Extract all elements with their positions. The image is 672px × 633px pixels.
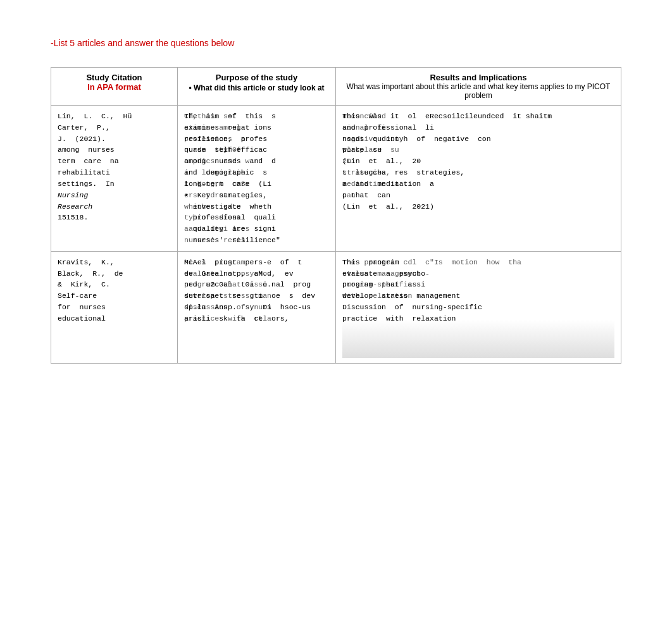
purpose-text-1b: Cf,this s•t ations among professions a q… (184, 111, 250, 246)
cell-results-2: This program evaluate a psycho- program … (336, 251, 621, 363)
header-purpose-title: Purpose of the study (184, 73, 329, 82)
header-citation-title: Study Citation (58, 73, 171, 82)
cell-citation-2: Kravits, K., Black, R., de & Kirk, C. Se… (51, 251, 178, 363)
citation-content-2: Kravits, K., Black, R., de & Kirk, C. Se… (58, 257, 171, 324)
header-results-title: Results and Implications (342, 73, 614, 82)
header-purpose-bullet: What did this article or study look at (184, 82, 329, 94)
citation-text-2a: Kravits, K., Black, R., de & Kirk, C. Se… (58, 257, 171, 324)
instruction-text: -List 5 articles and answer the question… (51, 38, 621, 48)
header-results-desc: What was important about this article an… (342, 82, 614, 100)
main-table: Study Citation In APA format Purpose of … (51, 67, 621, 364)
table-row: Lin, L. C., Hü Carter, P., J. (2021). a… (51, 106, 621, 252)
cell-purpose-2: McAel piust pers-e of t de Grealnotp, aM… (178, 251, 336, 363)
header-purpose-list: What did this article or study look at (184, 82, 329, 94)
header-col-results: Results and Implications What was import… (336, 68, 621, 106)
results-text-2b: The prantei cdl c"Is motion how tha stre… (342, 257, 521, 302)
cell-results-1: This was it ol eRecsoilcileundced it sha… (336, 106, 621, 252)
purpose-content-2: McAel piust pers-e of t de Grealnotp, aM… (184, 257, 329, 358)
citation-content-1: Lin, L. C., Hü Carter, P., J. (2021). a… (58, 111, 171, 223)
results-content-1: This was it ol eRecsoilcileundced it sha… (342, 111, 614, 237)
table-row: Kravits, K., Black, R., de & Kirk, C. Se… (51, 251, 621, 363)
purpose-content-1: The aim of this s examines relat ions re… (184, 111, 329, 246)
results-content-2: This program evaluate a psycho- program … (342, 257, 614, 358)
cell-citation-1: Lin, L. C., Hü Carter, P., J. (2021). a… (51, 106, 178, 252)
blur-overlay-2 (342, 320, 614, 358)
header-citation-subtitle: In APA format (58, 82, 171, 92)
results-text-1b: Reconciled sional li negative con workpl… (342, 111, 399, 201)
header-col-purpose: Purpose of the study What did this artic… (178, 68, 336, 106)
cell-purpose-1: The aim of this s examines relat ions re… (178, 106, 336, 252)
table-header-row: Study Citation In APA format Purpose of … (51, 68, 621, 106)
citation-text-1a: Lin, L. C., Hü Carter, P., J. (2021). a… (58, 111, 171, 223)
header-col-citation: Study Citation In APA format (51, 68, 178, 106)
purpose-text-2b: hi s program evaluate a psycho- program … (184, 257, 271, 324)
page-container: -List 5 articles and answer the question… (0, 0, 672, 389)
